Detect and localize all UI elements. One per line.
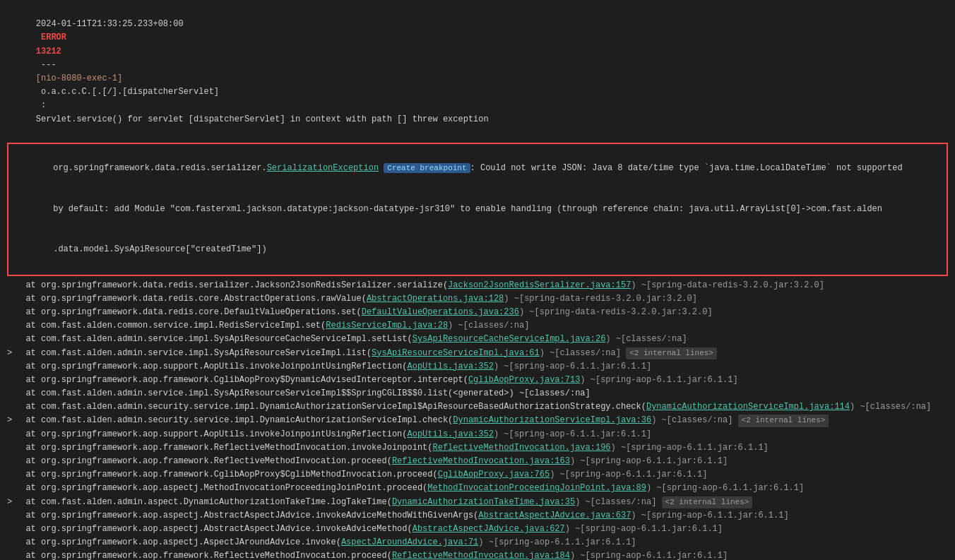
stack-line: at org.springframework.data.redis.core.A… — [7, 292, 948, 306]
internal-lines-badge: <2 internal lines> — [662, 496, 753, 509]
stack-line: at org.springframework.aop.aspectj.Abstr… — [7, 509, 948, 523]
stack-link[interactable]: RedisServiceImpl.java:28 — [326, 321, 448, 330]
console-output: 2024-01-11T21:33:25.233+08:00 ERROR 1321… — [0, 0, 955, 560]
stack-link[interactable]: DynamicAuthorizationServiceImpl.java:36 — [453, 415, 651, 425]
exception-prefix: org.springframework.data.redis.serialize… — [53, 163, 266, 173]
logger: o.a.c.c.C.[.[/].[dispatcherServlet] — [36, 87, 219, 97]
stack-line: at org.springframework.aop.framework.Ref… — [7, 455, 948, 468]
stack-link[interactable]: SysApiResourceServiceImpl.java:61 — [372, 348, 540, 358]
stack-link[interactable]: CglibAopProxy.java:713 — [468, 375, 580, 385]
stack-link[interactable]: DynamicAuthorizationServiceImpl — [646, 402, 804, 412]
stack-line: at com.fast.alden.common.service.impl.Re… — [7, 319, 948, 333]
stack-trace: at org.springframework.data.redis.serial… — [7, 279, 948, 560]
colon: : — [36, 100, 52, 110]
exception-line2: by default: add Module "com.fasterxml.ja… — [14, 189, 941, 230]
stack-line: at org.springframework.aop.aspectj.Aspec… — [7, 536, 948, 549]
stack-link[interactable]: DefaultValueOperations.java:236 — [362, 307, 519, 317]
exception-line1: org.springframework.data.redis.serialize… — [14, 148, 941, 189]
header-message: Servlet.service() for servlet [dispatche… — [36, 114, 489, 124]
stack-link[interactable]: ReflectiveMethodInvocation.java:163 — [392, 456, 570, 466]
exception-class-link[interactable]: SerializationException — [267, 163, 379, 173]
stack-link[interactable]: SysApiResourceCacheServiceImpl.java:26 — [413, 334, 606, 344]
stack-line: at org.springframework.aop.framework.Ref… — [7, 441, 948, 455]
timestamp: 2024-01-11T21:33:25.233+08:00 — [36, 19, 184, 29]
stack-link[interactable]: AbstractAspectJAdvice.java:637 — [478, 511, 631, 520]
stack-link[interactable]: AbstractAspectJAdvice.java:627 — [413, 524, 565, 534]
exception-box: org.springframework.data.redis.serialize… — [7, 143, 948, 276]
stack-link[interactable]: MethodInvocationProceedingJoinPoint.java… — [427, 483, 646, 493]
stack-line: at org.springframework.aop.aspectj.Metho… — [7, 482, 948, 495]
stack-link[interactable]: ReflectiveMethodInvocation.java:196 — [433, 443, 611, 453]
stack-line: at org.springframework.aop.support.AopUt… — [7, 428, 948, 441]
stack-line: at com.fast.alden.admin.security.service… — [7, 414, 948, 427]
stack-line: at org.springframework.aop.framework.Cgl… — [7, 468, 948, 482]
stack-line: at com.fast.alden.admin.service.impl.Sys… — [7, 347, 948, 360]
stack-line: at org.springframework.aop.support.AopUt… — [7, 360, 948, 374]
internal-lines-badge: <2 internal lines> — [738, 415, 829, 427]
stack-link[interactable]: AopUtils.java:352 — [408, 429, 494, 439]
header-line: 2024-01-11T21:33:25.233+08:00 ERROR 1321… — [7, 4, 948, 140]
exception-msg: : Could not write JSON: Java 8 date/time… — [470, 163, 903, 173]
stack-link[interactable]: Jackson2JsonRedisSerializer.java:157 — [448, 280, 631, 290]
stack-line: at com.fast.alden.admin.security.service… — [7, 400, 948, 414]
stack-link[interactable]: ReflectiveMethodInvocation.java:184 — [392, 551, 570, 560]
stack-line: at org.springframework.data.redis.serial… — [7, 279, 948, 292]
stack-link2[interactable]: .java:114 — [804, 402, 850, 412]
stack-line: at com.fast.alden.admin.service.impl.Sys… — [7, 387, 948, 400]
create-breakpoint-button[interactable]: Create breakpoint — [384, 163, 470, 173]
log-level: ERROR — [36, 32, 71, 42]
error-code: 13212 — [36, 47, 61, 56]
stack-line: at org.springframework.aop.framework.Cgl… — [7, 374, 948, 387]
stack-line: at org.springframework.aop.aspectj.Abstr… — [7, 523, 948, 536]
stack-link[interactable]: AspectJAroundAdvice.java:71 — [341, 537, 478, 547]
internal-lines-badge: <2 internal lines> — [626, 347, 717, 360]
separator: --- — [36, 60, 61, 70]
thread: [nio-8080-exec-1] — [36, 73, 122, 83]
stack-link[interactable]: CglibAopProxy.java:765 — [438, 470, 550, 479]
stack-link[interactable]: DynamicAuthorizationTakeTime.java:35 — [392, 497, 575, 507]
stack-link[interactable]: AopUtils.java:352 — [408, 362, 494, 371]
stack-link[interactable]: AbstractOperations.java:128 — [367, 294, 504, 304]
stack-line: at com.fast.alden.admin.aspect.DynamicAu… — [7, 496, 948, 509]
stack-line: at com.fast.alden.admin.service.impl.Sys… — [7, 333, 948, 346]
stack-line: at org.springframework.aop.framework.Ref… — [7, 549, 948, 560]
stack-line: at org.springframework.data.redis.core.D… — [7, 306, 948, 319]
exception-line3: .data.model.SysApiResource["createdTime"… — [14, 230, 941, 270]
